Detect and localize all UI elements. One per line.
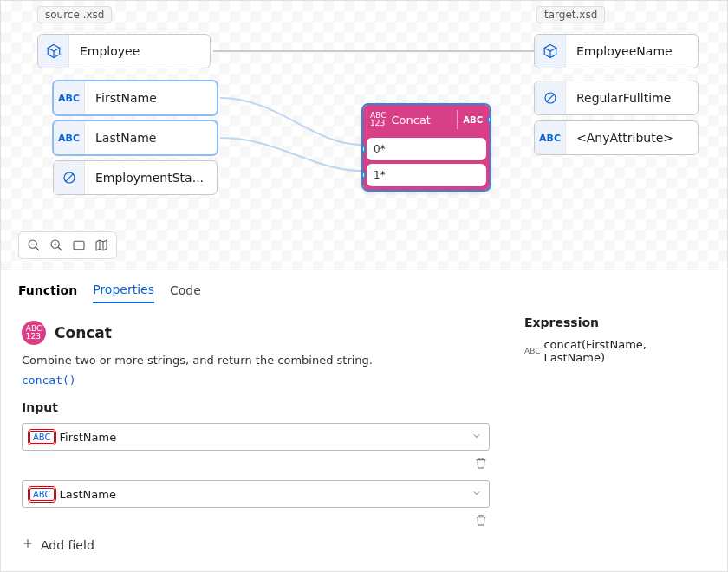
not-icon: [54, 161, 85, 194]
canvas-toolbar: [18, 231, 117, 259]
abc-mini-icon: ABC: [29, 488, 55, 501]
svg-line-6: [36, 247, 39, 250]
abc-out-icon: ABC: [463, 115, 483, 125]
input-select-lastname[interactable]: ABC LastName: [22, 480, 490, 508]
concat-slot-0[interactable]: 0*: [367, 138, 486, 160]
target-field-fulltime[interactable]: RegularFulltime: [534, 81, 699, 115]
cube-icon: [38, 35, 69, 68]
not-icon: [535, 81, 566, 114]
expression-section-label: Expression: [524, 315, 706, 329]
abc-icon: ABC: [54, 81, 85, 114]
target-root-employeename[interactable]: EmployeeName: [534, 34, 699, 68]
expression-value: concat(FirstName, LastName): [543, 338, 706, 364]
chevron-down-icon: [471, 431, 482, 444]
properties-panel: Function Properties Code ABC123 Concat C…: [1, 270, 727, 571]
fit-button[interactable]: [69, 236, 88, 255]
tab-code[interactable]: Code: [170, 283, 201, 302]
input-section-label: Input: [22, 400, 490, 414]
abc-mini-icon: ABC: [524, 347, 540, 355]
delete-input-last-button[interactable]: [472, 513, 490, 527]
svg-line-1: [65, 173, 73, 181]
node-label: LastName: [85, 131, 208, 145]
minimap-button[interactable]: [92, 236, 111, 255]
target-field-anyattr[interactable]: ABC <AnyAttribute>: [534, 120, 699, 155]
fn-name: Concat: [55, 324, 112, 341]
abc-icon: ABC: [535, 121, 566, 154]
concat-slot-1[interactable]: 1*: [367, 164, 486, 186]
abc-mini-icon: ABC: [29, 431, 55, 444]
input-value: LastName: [60, 488, 116, 501]
fn-description: Combine two or more strings, and return …: [22, 354, 490, 367]
input-select-firstname[interactable]: ABC FirstName: [22, 423, 490, 451]
source-field-firstname[interactable]: ABC FirstName: [53, 81, 218, 115]
mapping-canvas[interactable]: source .xsd target.xsd Employee ABC Firs…: [1, 1, 727, 270]
source-tag: source .xsd: [37, 6, 112, 23]
fn-badge-icon: ABC123: [22, 321, 46, 345]
node-label: RegularFulltime: [566, 91, 689, 105]
port-out[interactable]: [487, 115, 491, 124]
source-root-employee[interactable]: Employee: [37, 34, 211, 68]
concat-function-node[interactable]: ABC123 Concat ABC 0* 1*: [361, 103, 491, 192]
svg-line-4: [546, 94, 554, 101]
tab-function[interactable]: Function: [18, 283, 77, 302]
abc-icon: ABC: [54, 121, 85, 154]
tab-properties[interactable]: Properties: [93, 283, 154, 303]
add-field-label: Add field: [41, 538, 94, 552]
input-value: FirstName: [60, 431, 117, 444]
node-label: EmployeeName: [566, 44, 689, 58]
node-label: <AnyAttribute>: [566, 131, 689, 145]
node-label: EmploymentSta...: [85, 171, 208, 185]
delete-input-first-button[interactable]: [472, 456, 490, 470]
concat-label: Concat: [391, 114, 452, 127]
svg-rect-12: [74, 241, 84, 249]
add-field-button[interactable]: Add field: [22, 537, 490, 552]
node-label: FirstName: [85, 91, 208, 105]
svg-line-9: [58, 247, 62, 250]
fn-signature: concat(): [22, 374, 490, 387]
abc123-icon: ABC123: [370, 112, 386, 127]
node-label: Employee: [69, 44, 201, 58]
zoom-in-button[interactable]: [47, 236, 66, 255]
chevron-down-icon: [471, 488, 482, 501]
target-tag: target.xsd: [536, 6, 605, 23]
source-field-employment[interactable]: EmploymentSta...: [53, 160, 218, 195]
zoom-out-button[interactable]: [24, 236, 43, 255]
source-field-lastname[interactable]: ABC LastName: [53, 120, 218, 155]
plus-icon: [22, 537, 34, 552]
cube-icon: [535, 35, 566, 68]
